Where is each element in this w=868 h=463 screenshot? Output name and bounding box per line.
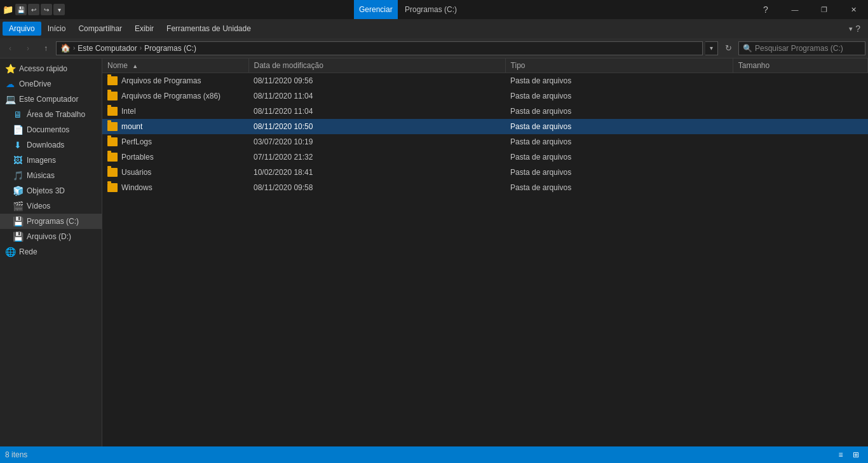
menu-item-exibir[interactable]: Exibir [128,22,160,36]
file-type: Pasta de arquivos [505,165,733,180]
sidebar-item-este-computador[interactable]: 💻 Este Computador [0,92,102,107]
maximize-btn[interactable]: ❐ [810,0,839,19]
cloud-icon: ☁ [5,79,15,89]
menu-item-arquivo[interactable]: Arquivo [3,22,41,36]
help-btn[interactable]: ? [751,0,780,19]
sidebar-label-este-computador: Este Computador [19,95,78,104]
col-header-size[interactable]: Tamanho [733,59,867,73]
file-type: Pasta de arquivos [505,104,733,119]
network-icon: 🌐 [5,247,15,257]
drive-d-icon: 💾 [13,232,23,242]
view-toggle: ≡ ⊞ [834,448,863,462]
menu-item-compartilhar[interactable]: Compartilhar [72,22,128,36]
path-programas[interactable]: Programas (C:) [144,44,196,53]
file-name-cell: Arquivos de Programas (x86) [102,88,248,104]
sidebar-label-programas-c: Programas (C:) [27,217,79,226]
nav-forward-btn[interactable]: › [20,41,36,56]
table-row[interactable]: PerfLogs03/07/2020 10:19Pasta de arquivo… [102,134,868,149]
file-date: 08/11/2020 11:04 [248,104,505,119]
sidebar-item-downloads[interactable]: ⬇ Downloads [0,137,102,153]
col-header-type[interactable]: Tipo [505,59,733,73]
sidebar-label-imagens: Imagens [27,156,56,165]
folder-icon [107,76,118,85]
download-icon: ⬇ [13,140,23,150]
list-view-btn[interactable]: ≡ [834,448,848,462]
sidebar-item-area-trabalho[interactable]: 🖥 Área de Trabalho [0,107,102,122]
file-date: 08/11/2020 09:58 [248,180,505,195]
address-path[interactable]: 🏠 › Este Computador › Programas (C:) [56,41,703,55]
sidebar-item-imagens[interactable]: 🖼 Imagens [0,153,102,168]
sidebar: ⭐ Acesso rápido ☁ OneDrive 💻 Este Comput… [0,59,102,446]
refresh-btn[interactable]: ↻ [721,41,736,56]
nav-back-btn[interactable]: ‹ [3,41,18,56]
sort-arrow-nome: ▲ [132,63,138,69]
search-bar[interactable]: 🔍 Pesquisar Programas (C:) [738,41,865,55]
file-name-cell: mount [102,119,248,134]
table-row[interactable]: mount08/11/2020 10:50Pasta de arquivos [102,119,868,134]
file-size [733,119,867,134]
sidebar-label-videos: Vídeos [27,202,50,211]
table-row[interactable]: Arquivos de Programas08/11/2020 09:56Pas… [102,73,868,88]
col-header-nome[interactable]: Nome ▲ [102,59,248,73]
file-date: 07/11/2020 21:32 [248,149,505,165]
file-date: 08/11/2020 09:56 [248,73,505,88]
title-bar-title: Gerenciar Programas (C:) [65,0,751,19]
folder-icon [107,122,118,131]
objects3d-icon: 🧊 [13,186,23,196]
computer-icon: 💻 [5,94,15,104]
dropdown-qs-btn[interactable]: ▾ [53,4,65,15]
sidebar-item-acesso-rapido[interactable]: ⭐ Acesso rápido [0,61,102,76]
table-row[interactable]: Usuários10/02/2020 18:41Pasta de arquivo… [102,165,868,180]
redo-qs-btn[interactable]: ↪ [41,4,52,15]
file-type: Pasta de arquivos [505,73,733,88]
close-btn[interactable]: ✕ [839,0,868,19]
file-size [733,134,867,149]
file-name: Arquivos de Programas (x86) [121,92,220,100]
nav-up-btn[interactable]: ↑ [38,41,53,56]
help-icon[interactable]: ? [855,24,860,34]
music-icon: 🎵 [13,170,23,181]
sidebar-item-onedrive[interactable]: ☁ OneDrive [0,76,102,92]
table-row[interactable]: Windows08/11/2020 09:58Pasta de arquivos [102,180,868,195]
title-active: Gerenciar [354,0,398,19]
sidebar-label-acesso-rapido: Acesso rápido [19,64,67,73]
table-row[interactable]: Arquivos de Programas (x86)08/11/2020 11… [102,88,868,104]
sidebar-item-arquivos-d[interactable]: 💾 Arquivos (D:) [0,229,102,244]
search-icon: 🔍 [743,44,752,53]
file-type: Pasta de arquivos [505,119,733,134]
folder-icon [107,153,118,162]
menu-item-ferramentas[interactable]: Ferramentas de Unidade [160,22,257,36]
menu-item-inicio[interactable]: Início [41,22,72,36]
sidebar-item-videos[interactable]: 🎬 Vídeos [0,198,102,214]
minimize-btn[interactable]: — [780,0,810,19]
file-size [733,180,867,195]
file-name: mount [121,122,142,131]
search-placeholder: Pesquisar Programas (C:) [755,44,843,53]
ribbon-collapse-btn[interactable]: ▾ [849,25,853,33]
undo-qs-btn[interactable]: ↩ [28,4,39,15]
save-qs-btn[interactable]: 💾 [15,4,27,15]
file-area: Nome ▲ Data de modificação Tipo Tamanho … [102,59,868,446]
sidebar-label-arquivos-d: Arquivos (D:) [27,232,71,241]
file-size [733,104,867,119]
title-bar-left: 📁 💾 ↩ ↪ ▾ [0,4,65,15]
sidebar-item-musicas[interactable]: 🎵 Músicas [0,168,102,183]
images-icon: 🖼 [13,155,23,165]
sidebar-item-rede[interactable]: 🌐 Rede [0,244,102,259]
table-row[interactable]: Intel08/11/2020 11:04Pasta de arquivos [102,104,868,119]
path-this-computer[interactable]: Este Computador [78,44,137,53]
sidebar-item-objetos3d[interactable]: 🧊 Objetos 3D [0,183,102,198]
file-name-cell: Intel [102,104,248,119]
sidebar-item-documentos[interactable]: 📄 Documentos [0,122,102,137]
file-date: 08/11/2020 10:50 [248,119,505,134]
file-size [733,73,867,88]
grid-view-btn[interactable]: ⊞ [849,448,863,462]
table-row[interactable]: Portables07/11/2020 21:32Pasta de arquiv… [102,149,868,165]
address-dropdown-btn[interactable]: ▾ [705,41,718,55]
title-bar-controls: ? — ❐ ✕ [751,0,868,19]
sidebar-item-programas-c[interactable]: 💾 Programas (C:) [0,214,102,229]
file-name-cell: Windows [102,180,248,195]
menu-bar: Arquivo Início Compartilhar Exibir Ferra… [0,19,868,38]
col-header-date[interactable]: Data de modificação [248,59,505,73]
file-size [733,165,867,180]
